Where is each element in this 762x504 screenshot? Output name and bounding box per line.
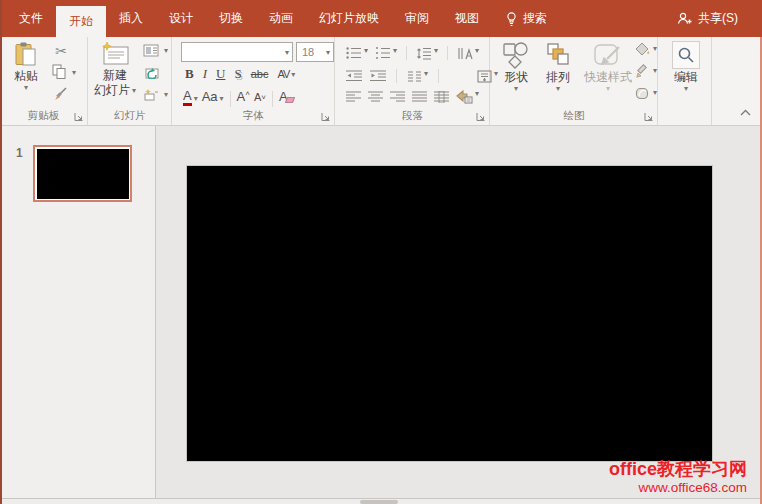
editing-dropdown-arrow: ▾	[684, 85, 688, 92]
section-button[interactable]: ▾	[141, 86, 161, 102]
align-left-button[interactable]	[346, 91, 361, 103]
new-slide-icon	[100, 41, 130, 67]
decrease-indent-button[interactable]	[346, 70, 362, 82]
shape-outline-button[interactable]: ▾	[633, 63, 651, 79]
font-size-combo[interactable]: 18 ▾	[296, 42, 334, 62]
layout-icon	[143, 44, 159, 57]
paste-button[interactable]: 粘贴 ▾	[6, 41, 46, 91]
tab-insert[interactable]: 插入	[106, 0, 156, 37]
tab-animations[interactable]: 动画	[256, 0, 306, 37]
numbering-button[interactable]: ▾	[375, 47, 397, 59]
section-dropdown-arrow: ▾	[164, 91, 168, 98]
ribbon: 粘贴 ▾ ✂ ▾ 剪贴板	[0, 37, 762, 126]
cut-button[interactable]: ✂	[50, 42, 72, 60]
magnifier-icon	[672, 41, 700, 69]
format-painter-button[interactable]	[50, 85, 72, 103]
shape-effects-dropdown-arrow: ▾	[653, 89, 657, 96]
editing-button[interactable]: 编辑 ▾	[666, 41, 706, 92]
change-case-button[interactable]: Aa ▾	[202, 89, 224, 104]
font-name-combo[interactable]: ▾	[181, 42, 293, 62]
editing-canvas: office教程学习网 www.office68.com	[157, 126, 762, 498]
slide-thumbnail-preview	[37, 149, 129, 199]
shape-effects-icon	[635, 87, 650, 100]
tab-transitions[interactable]: 切换	[206, 0, 256, 37]
underline-button[interactable]: U	[216, 66, 225, 82]
reset-slide-button[interactable]	[141, 64, 161, 80]
italic-button[interactable]: I	[203, 66, 207, 82]
slide-number: 1	[16, 146, 23, 160]
strikethrough-button[interactable]: abc	[251, 68, 269, 80]
collapse-ribbon-button[interactable]	[740, 109, 754, 121]
watermark: office教程学习网 www.office68.com	[609, 459, 747, 495]
slide-canvas[interactable]	[187, 166, 712, 461]
arrange-dropdown-arrow: ▾	[556, 85, 560, 92]
font-size-dropdown-arrow: ▾	[326, 49, 330, 56]
font-dialog-launcher[interactable]	[321, 112, 331, 122]
group-label-paragraph: 段落	[336, 109, 489, 123]
arrange-button[interactable]: 排列 ▾	[539, 41, 577, 92]
shapes-button[interactable]: 形状 ▾	[497, 41, 535, 92]
shape-effects-button[interactable]: ▾	[633, 85, 651, 101]
shape-fill-button[interactable]: ▾	[633, 41, 651, 57]
slide-layout-button[interactable]: ▾	[141, 42, 161, 58]
increase-indent-button[interactable]	[370, 70, 386, 82]
smartart-dropdown-arrow: ▾	[475, 90, 479, 104]
quick-styles-button[interactable]: 快速样式 ▾	[579, 41, 637, 92]
shapes-label: 形状	[504, 70, 528, 84]
editing-label: 编辑	[674, 70, 698, 84]
text-shadow-button[interactable]: S	[234, 66, 241, 82]
new-slide-label-line1: 新建	[103, 68, 127, 82]
share-button[interactable]: 共享(S)	[676, 0, 738, 37]
clipboard-icon	[13, 41, 39, 68]
tab-file[interactable]: 文件	[6, 0, 56, 37]
group-paragraph: ▾ ▾ ▾ ▾	[336, 37, 490, 125]
slide-thumbnails-panel: 1	[0, 126, 156, 498]
arrange-icon	[545, 41, 571, 69]
clear-formatting-button[interactable]: A	[279, 89, 294, 104]
paste-dropdown-arrow: ▾	[24, 84, 28, 91]
group-editing: 编辑 ▾	[659, 37, 712, 125]
justify-button[interactable]	[412, 91, 427, 103]
group-clipboard: 粘贴 ▾ ✂ ▾ 剪贴板	[0, 37, 88, 125]
bullets-button[interactable]: ▾	[346, 47, 368, 59]
font-name-dropdown-arrow: ▾	[285, 49, 289, 56]
character-spacing-button[interactable]: AV ▾	[277, 68, 295, 80]
columns-button[interactable]: ▾	[407, 70, 428, 82]
tab-home[interactable]: 开始	[56, 6, 106, 37]
tab-review[interactable]: 审阅	[392, 0, 442, 37]
tab-slideshow[interactable]: 幻灯片放映	[306, 0, 392, 37]
font-color-button[interactable]: A ▾	[183, 89, 198, 106]
ribbon-tab-bar: 文件 开始 插入 设计 切换 动画 幻灯片放映 审阅 视图 搜索 共享(S)	[0, 0, 762, 37]
font-color-dropdown-arrow: ▾	[194, 95, 198, 106]
grow-font-button[interactable]: A˄	[237, 89, 250, 104]
group-label-font: 字体	[173, 109, 334, 123]
pencil-icon	[635, 64, 649, 78]
convert-smartart-button[interactable]: ▾	[456, 90, 479, 104]
layout-dropdown-arrow: ▾	[164, 47, 168, 54]
section-icon	[143, 87, 159, 101]
arrange-label: 排列	[546, 70, 570, 84]
copy-button[interactable]: ▾	[48, 63, 70, 81]
share-label: 共享(S)	[698, 10, 738, 27]
horizontal-scrollbar-thumb[interactable]	[360, 500, 398, 504]
align-right-button[interactable]	[390, 91, 405, 103]
align-center-button[interactable]	[368, 91, 383, 103]
distribute-button[interactable]	[434, 91, 449, 103]
numbering-dropdown-arrow: ▾	[393, 47, 397, 59]
text-direction-button[interactable]: ▾	[457, 47, 479, 60]
paragraph-dialog-launcher[interactable]	[476, 112, 486, 122]
tab-design[interactable]: 设计	[156, 0, 206, 37]
clipboard-dialog-launcher[interactable]	[74, 112, 84, 122]
lightbulb-icon	[505, 11, 518, 27]
line-spacing-button[interactable]: ▾	[416, 47, 438, 60]
group-label-slides: 幻灯片	[89, 109, 171, 123]
new-slide-button[interactable]: 新建 幻灯片 ▾	[93, 41, 137, 97]
font-size-value: 18	[302, 46, 314, 58]
tab-view[interactable]: 视图	[442, 0, 492, 37]
tell-me-search[interactable]: 搜索	[492, 0, 560, 37]
drawing-dialog-launcher[interactable]	[644, 112, 654, 122]
bold-button[interactable]: B	[185, 66, 194, 82]
shrink-font-button[interactable]: A˅	[254, 89, 266, 103]
slide-thumbnail-1[interactable]	[33, 145, 132, 202]
window-border-left	[0, 0, 2, 504]
